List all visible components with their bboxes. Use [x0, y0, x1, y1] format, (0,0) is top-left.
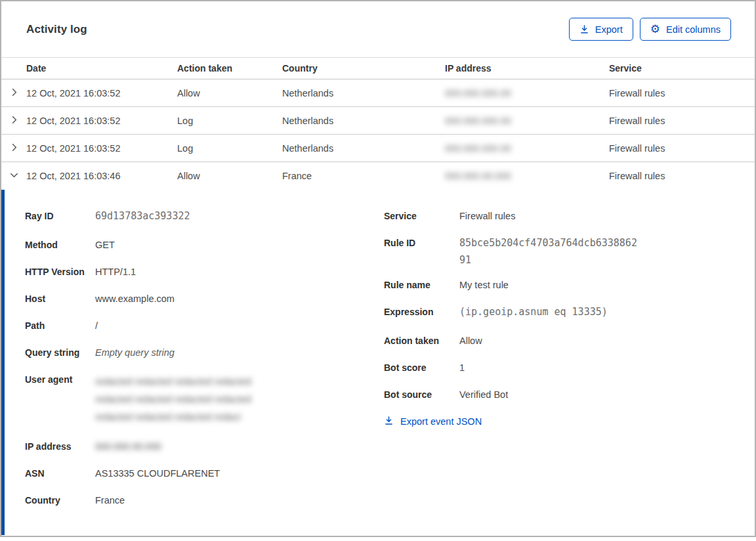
- detail-value-bot-source: Verified Bot: [459, 388, 508, 401]
- expand-row-button[interactable]: [1, 79, 26, 106]
- expand-row-button[interactable]: [1, 107, 26, 134]
- table-row: 12 Oct, 2021 16:03:52 Allow Netherlands …: [1, 79, 755, 107]
- export-button[interactable]: Export: [569, 18, 633, 41]
- cell-date: 12 Oct, 2021 16:03:46: [26, 171, 177, 181]
- cell-country: France: [282, 171, 445, 181]
- detail-value-ray-id: 69d13783ac393322: [95, 207, 190, 225]
- column-header-ip: IP address: [445, 63, 609, 74]
- chevron-down-icon: [9, 170, 19, 182]
- collapse-row-button[interactable]: [1, 162, 26, 190]
- cell-action: Allow: [177, 88, 282, 98]
- cell-ip-redacted: 000.000.000.00: [445, 116, 511, 126]
- detail-value-expression: (ip.geoip.asnum eq 13335): [459, 303, 608, 320]
- detail-value-method: GET: [95, 238, 115, 251]
- detail-label-query-string: Query string: [25, 346, 95, 359]
- detail-label-ray-id: Ray ID: [25, 209, 95, 225]
- detail-label-service: Service: [384, 209, 459, 223]
- card-header: Activity log Export ⚙ Edit columns: [1, 1, 755, 57]
- table-row: 12 Oct, 2021 16:03:52 Log Netherlands 00…: [1, 107, 755, 135]
- table-row-expanded: 12 Oct, 2021 16:03:46 Allow France 000.0…: [1, 162, 755, 190]
- page-title: Activity log: [26, 23, 87, 36]
- detail-value-asn: AS13335 CLOUDFLARENET: [95, 467, 220, 480]
- detail-value-ip-redacted: 000.000.00.000: [95, 440, 161, 453]
- detail-column-right: Service Firewall rules Rule ID 85bce5b20…: [384, 209, 755, 535]
- cell-date: 12 Oct, 2021 16:03:52: [26, 116, 177, 126]
- cell-date: 12 Oct, 2021 16:03:52: [26, 88, 177, 98]
- cell-country: Netherlands: [282, 116, 445, 126]
- detail-value-host: www.example.com: [95, 292, 175, 305]
- export-event-json-label: Export event JSON: [400, 416, 482, 427]
- detail-value-query-string: Empty query string: [95, 346, 175, 359]
- chevron-right-icon: [9, 87, 19, 99]
- activity-log-card: Activity log Export ⚙ Edit columns Date …: [0, 0, 756, 537]
- cell-ip-redacted: 000.000.000.00: [445, 143, 511, 154]
- detail-value-action-taken: Allow: [459, 334, 482, 347]
- cell-service: Firewall rules: [609, 143, 755, 154]
- detail-label-action-taken: Action taken: [384, 334, 459, 347]
- detail-label-rule-id: Rule ID: [384, 236, 459, 265]
- cell-action: Log: [177, 116, 282, 126]
- detail-value-http-version: HTTP/1.1: [95, 265, 136, 278]
- column-header-service: Service: [609, 63, 755, 74]
- detail-label-ip-address: IP address: [25, 440, 95, 453]
- column-header-date: Date: [26, 63, 177, 74]
- cell-service: Firewall rules: [609, 171, 755, 181]
- detail-value-user-agent-redacted: redacted redacted redacted redacted reda…: [95, 373, 267, 426]
- cell-ip-redacted: 000.000.00.000: [445, 171, 511, 181]
- detail-label-http-version: HTTP Version: [25, 265, 95, 278]
- detail-label-bot-source: Bot source: [384, 388, 459, 401]
- gear-icon: ⚙: [650, 24, 660, 35]
- detail-label-bot-score: Bot score: [384, 361, 459, 374]
- cell-action: Log: [177, 143, 282, 154]
- detail-value-service: Firewall rules: [459, 209, 515, 223]
- edit-columns-button[interactable]: ⚙ Edit columns: [640, 18, 731, 41]
- detail-label-user-agent: User agent: [25, 373, 95, 426]
- detail-value-rule-name: My test rule: [459, 278, 509, 292]
- table-header: Date Action taken Country IP address Ser…: [1, 57, 755, 79]
- export-event-json-link[interactable]: Export event JSON: [384, 416, 482, 427]
- detail-label-path: Path: [25, 319, 95, 332]
- edit-columns-button-label: Edit columns: [666, 24, 721, 35]
- cell-ip-redacted: 000.000.000.00: [445, 88, 511, 98]
- column-header-action: Action taken: [177, 63, 282, 74]
- export-button-label: Export: [595, 24, 623, 35]
- expand-row-button[interactable]: [1, 135, 26, 162]
- column-header-country: Country: [282, 63, 445, 74]
- cell-service: Firewall rules: [609, 116, 755, 126]
- detail-value-path: /: [95, 319, 98, 332]
- detail-value-country: France: [95, 494, 125, 507]
- cell-service: Firewall rules: [609, 88, 755, 98]
- detail-label-rule-name: Rule name: [384, 278, 459, 292]
- cell-action: Allow: [177, 171, 282, 181]
- detail-column-left: Ray ID 69d13783ac393322 Method GET HTTP …: [25, 209, 384, 535]
- detail-label-country: Country: [25, 494, 95, 507]
- chevron-right-icon: [9, 115, 19, 127]
- detail-label-host: Host: [25, 292, 95, 305]
- event-detail-panel: Ray ID 69d13783ac393322 Method GET HTTP …: [1, 190, 755, 535]
- chevron-right-icon: [9, 142, 19, 154]
- detail-value-bot-score: 1: [459, 361, 465, 374]
- detail-label-asn: ASN: [25, 467, 95, 480]
- table-row: 12 Oct, 2021 16:03:52 Log Netherlands 00…: [1, 135, 755, 162]
- cell-country: Netherlands: [282, 143, 445, 154]
- header-actions: Export ⚙ Edit columns: [569, 18, 731, 41]
- detail-value-rule-id: 85bce5b204cf4703a764dcb633886291: [459, 234, 642, 269]
- detail-label-expression: Expression: [384, 305, 459, 320]
- cell-date: 12 Oct, 2021 16:03:52: [26, 143, 177, 154]
- download-icon: [579, 24, 589, 34]
- download-icon: [384, 416, 394, 427]
- cell-country: Netherlands: [282, 88, 445, 98]
- detail-label-method: Method: [25, 238, 95, 251]
